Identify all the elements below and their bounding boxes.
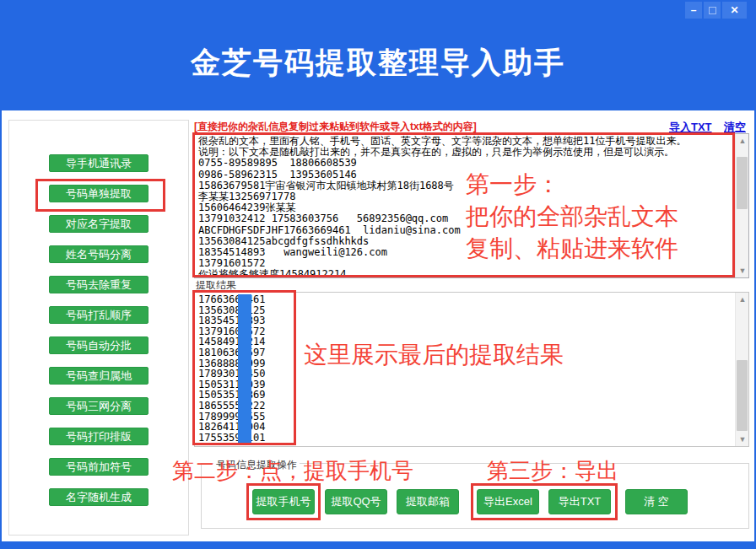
window-border-left: [0, 0, 2, 549]
result-number: 17663669461: [198, 294, 265, 305]
import-txt-link[interactable]: 导入TXT: [669, 121, 712, 133]
sidebar-item[interactable]: 号码查归属地: [49, 367, 148, 385]
input-textarea[interactable]: 很杂乱的文本，里面有人铭、手机号、固话、英文字母、文字等混杂的文本，想单纯把11…: [194, 133, 749, 278]
result-number: 18655555222: [198, 401, 265, 412]
scroll-down-icon[interactable]: ▼: [736, 264, 749, 277]
close-button[interactable]: ✕: [722, 2, 747, 19]
clear-input-link[interactable]: 清空: [724, 121, 746, 133]
result-number: 17893014450: [198, 369, 265, 379]
app-window: 金芝号码提取整理导入助手 – ✕ 导手机通讯录号码单独提取对应名字提取姓名号码分…: [0, 0, 756, 549]
selection-highlight-band: [238, 294, 251, 443]
input-text-line: 0986-58962315 13953605146: [198, 170, 732, 180]
minimize-button[interactable]: –: [685, 2, 702, 19]
sidebar-item[interactable]: 姓名号码分离: [49, 245, 148, 263]
sidebar-item[interactable]: 号码去除重复: [49, 276, 148, 293]
sidebar-item[interactable]: 号码打印排版: [49, 428, 148, 445]
action-button[interactable]: 清 空: [625, 489, 688, 514]
result-number: 18354514893: [198, 315, 265, 326]
close-icon: ✕: [730, 4, 738, 16]
input-instruction-label: [直接把你的杂乱信息复制过来粘贴到软件或导入txt格式的内容]: [194, 120, 477, 134]
input-text-line: 13791032412 17583603756 56892356@qq.com: [198, 213, 732, 224]
sidebar-item[interactable]: 号码打乱顺序: [49, 306, 148, 324]
result-number: 18264110004: [198, 422, 265, 433]
sidebar-item[interactable]: 名字随机生成: [49, 488, 148, 506]
sidebar-item[interactable]: 导手机通讯录: [49, 154, 148, 172]
results-scrollbar-thumb[interactable]: [737, 360, 748, 431]
action-button[interactable]: 导出Excel: [477, 489, 539, 514]
action-button[interactable]: 提取邮箱: [397, 489, 459, 514]
minimize-icon: –: [691, 4, 697, 16]
app-title: 金芝号码提取整理导入助手: [0, 43, 756, 83]
window-border-bottom: [0, 541, 756, 549]
sidebar-item[interactable]: 号码三网分离: [49, 397, 148, 415]
sidebar-item[interactable]: 号码前加符号: [49, 458, 148, 476]
maximize-button[interactable]: [704, 2, 721, 19]
action-button[interactable]: 提取手机号: [252, 489, 315, 514]
action-button[interactable]: 导出TXT: [548, 489, 611, 514]
maximize-icon: [709, 7, 716, 14]
action-button[interactable]: 提取QQ号: [325, 489, 387, 514]
scroll-up-icon[interactable]: ▲: [736, 134, 749, 148]
results-list[interactable]: 1766366946113563084125183545148931379160…: [194, 292, 749, 447]
results-content: 1766366946113563084125183545148931379160…: [195, 293, 268, 444]
scroll-up-icon[interactable]: ▲: [736, 293, 749, 306]
sidebar: 导手机通讯录号码单独提取对应名字提取姓名号码分离号码去除重复号码打乱顺序号码自动…: [8, 120, 189, 536]
scroll-down-icon[interactable]: ▼: [736, 433, 749, 446]
input-text-line: 18354514893 wangweili@126.com: [198, 247, 732, 258]
input-scrollbar[interactable]: ▲ ▼: [735, 134, 748, 277]
input-scrollbar-thumb[interactable]: [737, 157, 748, 209]
action-buttons-row: 提取手机号提取QQ号提取邮箱导出Excel导出TXT清 空: [252, 489, 688, 514]
results-scrollbar[interactable]: ▲ ▼: [735, 293, 748, 446]
input-text-line: ABCFDHGFSDFJHF17663669461 lidaniu@sina.c…: [198, 225, 732, 236]
input-text-content: 很杂乱的文本，里面有人铭、手机号、固话、英文字母、文字等混杂的文本，想单纯把11…: [195, 134, 735, 278]
result-number: 17553593101: [198, 433, 265, 444]
sidebar-item[interactable]: 号码单独提取: [49, 185, 148, 202]
input-text-line: 你说将够多够速度14584912214: [198, 269, 732, 278]
input-text-line: 0755-89589895 18806608539: [198, 158, 732, 169]
results-label: 提取结果: [196, 278, 236, 293]
actions-group-label: 号码信息提取操作: [213, 458, 300, 472]
sidebar-item[interactable]: 号码自动分批: [49, 336, 148, 354]
result-number: 18106365597: [198, 347, 265, 358]
sidebar-item[interactable]: 对应名字提取: [49, 215, 148, 233]
header-bar: 金芝号码提取整理导入助手 – ✕: [0, 0, 756, 110]
